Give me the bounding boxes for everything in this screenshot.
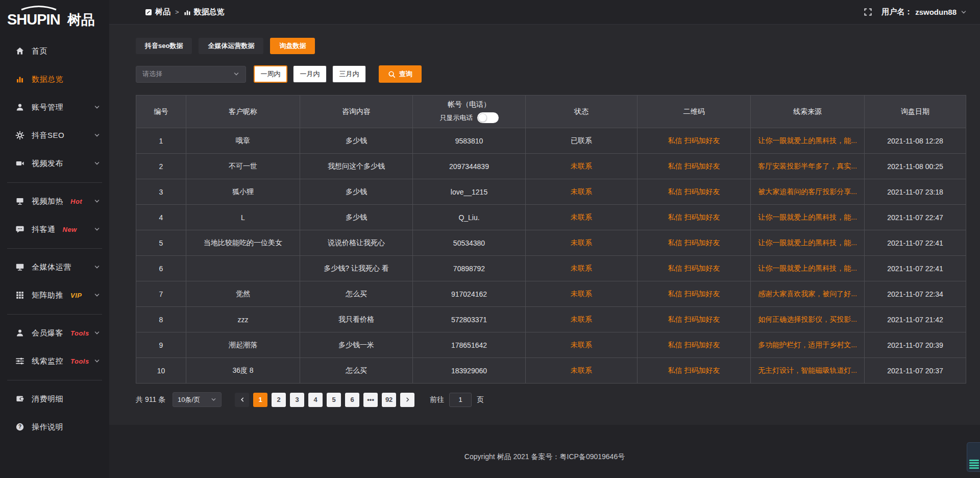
page-number-button[interactable]: 2 bbox=[272, 393, 286, 407]
cell-status: 已联系 bbox=[526, 128, 638, 154]
col-header-date: 询盘日期 bbox=[865, 95, 966, 128]
page-number-button[interactable]: 4 bbox=[308, 393, 323, 407]
cell-account: 2097344839 bbox=[413, 154, 526, 179]
tab[interactable]: 全媒体运营数据 bbox=[199, 38, 263, 54]
table-row: 1 哦章 多少钱 9583810 已联系 私信 扫码加好友 让你一眼就爱上的黑科… bbox=[136, 128, 966, 154]
search-icon bbox=[388, 70, 396, 78]
query-button[interactable]: 查询 bbox=[379, 65, 422, 83]
cell-qrcode-link[interactable]: 私信 扫码加好友 bbox=[638, 205, 751, 230]
sidebar-item[interactable]: ? 操作说明 bbox=[0, 414, 109, 440]
cell-content: 我想问这个多少钱 bbox=[300, 154, 413, 179]
col-header-source: 线索来源 bbox=[751, 95, 865, 128]
sidebar-item-label: 操作说明 bbox=[32, 422, 63, 432]
sidebar-item[interactable]: 抖客通 New bbox=[0, 217, 109, 242]
phone-only-toggle[interactable] bbox=[477, 112, 499, 123]
cell-qrcode-link[interactable]: 私信 扫码加好友 bbox=[638, 154, 751, 179]
filter-select[interactable]: 请选择 bbox=[136, 66, 246, 83]
table-row: 3 狐小狸 多少钱 love__1215 未联系 私信 扫码加好友 被大家追着问… bbox=[136, 179, 966, 205]
cell-qrcode-link[interactable]: 私信 扫码加好友 bbox=[638, 179, 751, 205]
page-number-button[interactable]: 1 bbox=[253, 393, 267, 407]
svg-text:?: ? bbox=[18, 424, 21, 429]
cell-qrcode-link[interactable]: 私信 扫码加好友 bbox=[638, 230, 751, 256]
cell-source-link[interactable]: 被大家追着问的客厅投影分享... bbox=[751, 179, 865, 205]
cell-source-link[interactable]: 让你一眼就爱上的黑科技，能... bbox=[751, 230, 865, 256]
page-footer: Copyright 树品 2021 备案号：粤ICP备09019646号 bbox=[109, 425, 980, 478]
page-number-button[interactable]: 6 bbox=[345, 393, 359, 407]
bar-chart-icon bbox=[184, 9, 191, 16]
question-circle-icon: ? bbox=[15, 422, 24, 432]
table-row: 2 不可一世 我想问这个多少钱 2097344839 未联系 私信 扫码加好友 … bbox=[136, 154, 966, 179]
sidebar-item[interactable]: 全媒体运营 bbox=[0, 254, 109, 280]
app-root: SHUPIN 树品 bbox=[0, 0, 980, 478]
cell-source-link[interactable]: 感谢大家喜欢我家，被问了好... bbox=[751, 281, 865, 307]
next-page-button[interactable] bbox=[400, 393, 414, 407]
chevron-down-icon bbox=[94, 358, 100, 364]
cell-content: 说说价格让我死心 bbox=[300, 230, 413, 256]
sidebar-item[interactable]: 会员爆客 Tools bbox=[0, 320, 109, 346]
breadcrumb-home[interactable]: 树品 bbox=[145, 7, 170, 17]
col-header-content: 咨询内容 bbox=[300, 95, 413, 128]
cell-qrcode-link[interactable]: 私信 扫码加好友 bbox=[638, 332, 751, 358]
cell-date: 2021-11-07 22:47 bbox=[865, 205, 966, 230]
cell-status: 未联系 bbox=[526, 179, 638, 205]
sidebar-item[interactable]: 视频发布 bbox=[0, 151, 109, 176]
cell-content: 怎么买 bbox=[300, 281, 413, 307]
sidebar-item[interactable]: 数据总览 bbox=[0, 66, 109, 92]
page-number-buttons: 1 2 3 4 bbox=[253, 393, 396, 407]
sidebar-item[interactable]: 抖音SEO bbox=[0, 123, 109, 148]
sidebar-item[interactable]: 消费明细 bbox=[0, 386, 109, 412]
cell-date: 2021-11-07 22:41 bbox=[865, 230, 966, 256]
goto-page-input[interactable] bbox=[449, 393, 472, 407]
sidebar-item[interactable]: 线索监控 Tools bbox=[0, 348, 109, 374]
tab-label: 全媒体运营数据 bbox=[208, 41, 254, 51]
sidebar-item[interactable]: 账号管理 bbox=[0, 94, 109, 120]
user-menu[interactable]: 用户名：zswodun88 bbox=[881, 7, 967, 17]
data-tabs: 抖音seo数据 全媒体运营数据 询盘数据 bbox=[136, 38, 966, 54]
period-button[interactable]: 三月内 bbox=[332, 65, 366, 83]
cell-status: 未联系 bbox=[526, 205, 638, 230]
logo-arc bbox=[21, 7, 56, 10]
user-icon bbox=[15, 103, 24, 112]
cell-qrcode-link[interactable]: 私信 扫码加好友 bbox=[638, 358, 751, 384]
page-number-button[interactable]: 5 bbox=[327, 393, 341, 407]
sidebar-item[interactable]: 矩阵助推 VIP bbox=[0, 282, 109, 308]
period-button[interactable]: 一月内 bbox=[293, 65, 327, 83]
sidebar-item-badge: New bbox=[63, 226, 77, 233]
period-button-label: 一月内 bbox=[300, 69, 320, 79]
cell-source-link[interactable]: 让你一眼就爱上的黑科技，能... bbox=[751, 205, 865, 230]
tab[interactable]: 询盘数据 bbox=[270, 38, 315, 54]
cell-qrcode-link[interactable]: 私信 扫码加好友 bbox=[638, 256, 751, 281]
page-number-button[interactable]: 3 bbox=[290, 393, 304, 407]
cell-account: 917024162 bbox=[413, 281, 526, 307]
cell-nickname: 潮起潮落 bbox=[186, 332, 300, 358]
period-button[interactable]: 一周内 bbox=[254, 65, 287, 83]
cell-source-link[interactable]: 让你一眼就爱上的黑科技，能... bbox=[751, 256, 865, 281]
page-number-button[interactable]: 92 bbox=[382, 393, 396, 407]
query-button-label: 查询 bbox=[399, 69, 412, 79]
cell-source-link[interactable]: 让你一眼就爱上的黑科技，能... bbox=[751, 128, 865, 154]
cell-qrcode-link[interactable]: 私信 扫码加好友 bbox=[638, 307, 751, 332]
sidebar-item-badge: Hot bbox=[70, 198, 82, 205]
cell-qrcode-link[interactable]: 私信 扫码加好友 bbox=[638, 281, 751, 307]
sidebar-item[interactable]: 视频加热 Hot bbox=[0, 188, 109, 214]
prev-page-button[interactable] bbox=[235, 393, 249, 407]
cell-source-link[interactable]: 无主灯设计，智能磁吸轨道灯... bbox=[751, 358, 865, 384]
cell-id: 7 bbox=[136, 281, 186, 307]
fullscreen-icon[interactable] bbox=[864, 8, 872, 16]
corner-widget[interactable] bbox=[967, 442, 980, 472]
sidebar-item[interactable]: 首页 bbox=[0, 38, 109, 64]
cell-status: 未联系 bbox=[526, 256, 638, 281]
cell-source-link[interactable]: 如何正确选择投影仪，买投影... bbox=[751, 307, 865, 332]
cell-qrcode-link[interactable]: 私信 扫码加好友 bbox=[638, 128, 751, 154]
page-number-button[interactable]: ••• bbox=[363, 393, 378, 407]
breadcrumb-current[interactable]: 数据总览 bbox=[184, 7, 225, 17]
page-size-select[interactable]: 10条/页 bbox=[173, 392, 222, 407]
total-count: 共 911 条 bbox=[136, 395, 165, 404]
table-header-row: 编号 客户昵称 咨询内容 帐号（电话） 只显示电话 状态 二维码 线索来源 bbox=[136, 95, 966, 128]
cell-source-link[interactable]: 多功能护栏灯，适用于乡村文... bbox=[751, 332, 865, 358]
tab[interactable]: 抖音seo数据 bbox=[136, 38, 192, 54]
cell-id: 1 bbox=[136, 128, 186, 154]
cell-source-link[interactable]: 客厅安装投影半年多了，真实... bbox=[751, 154, 865, 179]
page-number-label: 1 bbox=[258, 396, 262, 403]
cell-nickname: 36度 8 bbox=[186, 358, 300, 384]
